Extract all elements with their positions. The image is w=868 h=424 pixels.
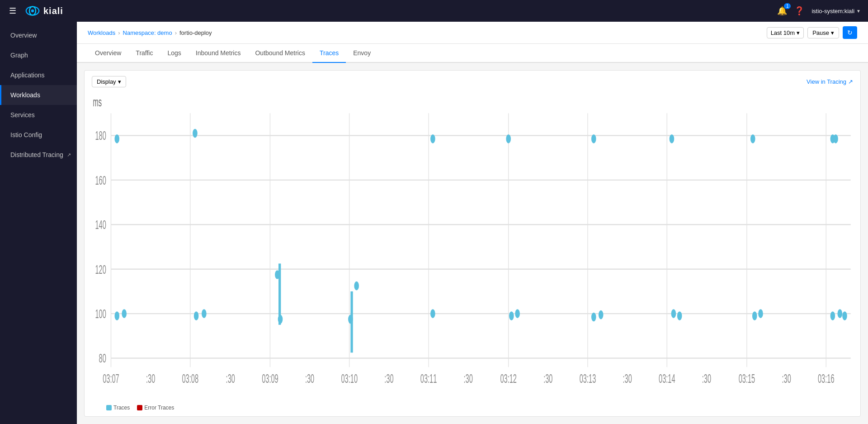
svg-text:03:10: 03:10 bbox=[341, 372, 358, 386]
svg-text:03:14: 03:14 bbox=[659, 372, 675, 386]
sidebar-item-services[interactable]: Services bbox=[0, 105, 77, 125]
traces-chart: ms 180 160 140 120 100 80 bbox=[88, 91, 857, 403]
sidebar-item-distributed-tracing[interactable]: Distributed Tracing ↗ bbox=[0, 145, 77, 165]
svg-text:140: 140 bbox=[95, 218, 106, 232]
sidebar-item-workloads[interactable]: Workloads bbox=[0, 85, 77, 105]
sidebar-label-graph: Graph bbox=[10, 52, 28, 59]
notification-bell[interactable]: 🔔 1 bbox=[777, 6, 787, 16]
legend-traces-box bbox=[106, 405, 112, 410]
svg-text::30: :30 bbox=[384, 372, 393, 386]
svg-point-2 bbox=[31, 10, 34, 12]
display-chevron: ▾ bbox=[118, 78, 121, 85]
svg-point-74 bbox=[830, 311, 835, 320]
svg-text::30: :30 bbox=[702, 372, 711, 386]
legend-error-label: Error Traces bbox=[144, 405, 174, 411]
display-button[interactable]: Display ▾ bbox=[92, 76, 126, 87]
svg-point-70 bbox=[752, 311, 757, 320]
svg-text:03:15: 03:15 bbox=[739, 372, 755, 386]
external-link-icon: ↗ bbox=[848, 78, 853, 85]
logo-text: kiali bbox=[43, 6, 63, 16]
sidebar-label-istio-config: Istio Config bbox=[10, 131, 42, 138]
tab-traces[interactable]: Traces bbox=[312, 44, 346, 63]
breadcrumb: Workloads › Namespace: demo › fortio-dep… bbox=[88, 29, 212, 36]
tab-outbound-metrics[interactable]: Outbound Metrics bbox=[248, 44, 312, 63]
chart-legend: Traces Error Traces bbox=[88, 403, 857, 413]
pause-button[interactable]: Pause ▾ bbox=[807, 27, 839, 38]
view-in-tracing-link[interactable]: View in Tracing ↗ bbox=[807, 78, 853, 85]
user-menu[interactable]: istio-system:kiali ▼ bbox=[811, 8, 861, 14]
svg-point-75 bbox=[838, 309, 843, 318]
legend-traces: Traces bbox=[106, 405, 130, 411]
time-range-label: Last 10m bbox=[771, 29, 795, 36]
notification-badge: 1 bbox=[784, 3, 791, 9]
help-icon[interactable]: ❓ bbox=[794, 6, 804, 16]
svg-text:ms: ms bbox=[93, 95, 102, 110]
svg-point-54 bbox=[278, 315, 283, 324]
svg-text:03:07: 03:07 bbox=[103, 372, 119, 386]
svg-text:180: 180 bbox=[95, 129, 106, 143]
breadcrumb-namespace[interactable]: Namespace: demo bbox=[123, 29, 172, 36]
tab-overview[interactable]: Overview bbox=[88, 44, 128, 63]
chart-container: ms 180 160 140 120 100 80 bbox=[88, 91, 857, 403]
refresh-button[interactable]: ↻ bbox=[843, 26, 857, 39]
svg-point-47 bbox=[114, 311, 119, 320]
breadcrumb-workloads[interactable]: Workloads bbox=[88, 29, 115, 36]
breadcrumb-sep-1: › bbox=[118, 29, 120, 36]
svg-point-68 bbox=[677, 311, 682, 320]
svg-text:160: 160 bbox=[95, 173, 106, 187]
svg-point-65 bbox=[599, 310, 604, 319]
svg-text::30: :30 bbox=[464, 372, 473, 386]
pause-chevron: ▾ bbox=[831, 29, 834, 36]
time-range-selector[interactable]: Last 10m ▾ bbox=[767, 27, 804, 38]
view-tracing-label: View in Tracing bbox=[807, 78, 846, 85]
svg-point-50 bbox=[194, 311, 199, 320]
time-range-chevron: ▾ bbox=[797, 29, 800, 36]
svg-text:03:16: 03:16 bbox=[818, 372, 835, 386]
header-controls: Last 10m ▾ Pause ▾ ↻ bbox=[767, 26, 857, 39]
legend-error-traces: Error Traces bbox=[137, 405, 174, 411]
svg-text:120: 120 bbox=[95, 262, 106, 276]
legend-error-box bbox=[137, 405, 142, 410]
svg-text:100: 100 bbox=[95, 307, 106, 321]
content-header: Workloads › Namespace: demo › fortio-dep… bbox=[77, 22, 868, 44]
chevron-down-icon: ▼ bbox=[856, 9, 861, 14]
content: Workloads › Namespace: demo › fortio-dep… bbox=[77, 22, 868, 424]
svg-text::30: :30 bbox=[146, 372, 155, 386]
tab-logs[interactable]: Logs bbox=[160, 44, 188, 63]
sidebar-label-applications: Applications bbox=[10, 71, 45, 79]
svg-point-59 bbox=[430, 309, 435, 318]
tab-bar: Overview Traffic Logs Inbound Metrics Ou… bbox=[77, 44, 868, 63]
svg-text::30: :30 bbox=[782, 372, 791, 386]
tab-traffic[interactable]: Traffic bbox=[128, 44, 160, 63]
sidebar-item-graph[interactable]: Graph bbox=[0, 45, 77, 65]
sidebar: Overview Graph Applications Workloads Se… bbox=[0, 22, 77, 424]
sidebar-label-workloads: Workloads bbox=[10, 91, 40, 99]
external-link-icon: ↗ bbox=[67, 152, 71, 158]
tab-envoy[interactable]: Envoy bbox=[346, 44, 378, 63]
svg-rect-56 bbox=[350, 291, 353, 353]
refresh-icon: ↻ bbox=[847, 29, 853, 36]
main-layout: Overview Graph Applications Workloads Se… bbox=[0, 22, 868, 424]
topnav: ☰ kiali 🔔 1 ❓ istio-system:kiali ▼ bbox=[0, 0, 868, 22]
svg-point-63 bbox=[591, 134, 596, 143]
svg-point-66 bbox=[670, 134, 675, 143]
pause-label: Pause bbox=[812, 29, 829, 36]
svg-text:03:12: 03:12 bbox=[500, 372, 517, 386]
svg-text::30: :30 bbox=[305, 372, 314, 386]
sidebar-item-overview[interactable]: Overview bbox=[0, 25, 77, 45]
svg-text::30: :30 bbox=[543, 372, 552, 386]
kiali-logo-icon bbox=[25, 6, 40, 16]
chart-panel: Display ▾ View in Tracing ↗ bbox=[84, 70, 861, 417]
svg-point-64 bbox=[591, 313, 596, 322]
sidebar-item-applications[interactable]: Applications bbox=[0, 65, 77, 85]
sidebar-label-overview: Overview bbox=[10, 32, 37, 39]
tab-inbound-metrics[interactable]: Inbound Metrics bbox=[189, 44, 248, 63]
svg-text:03:09: 03:09 bbox=[262, 372, 278, 386]
display-label: Display bbox=[97, 78, 116, 85]
svg-point-73 bbox=[833, 134, 838, 143]
logo: kiali bbox=[25, 6, 63, 16]
sidebar-item-istio-config[interactable]: Istio Config bbox=[0, 125, 77, 145]
svg-text:03:13: 03:13 bbox=[580, 372, 596, 386]
hamburger-menu[interactable]: ☰ bbox=[7, 4, 18, 18]
svg-text::30: :30 bbox=[623, 372, 632, 386]
